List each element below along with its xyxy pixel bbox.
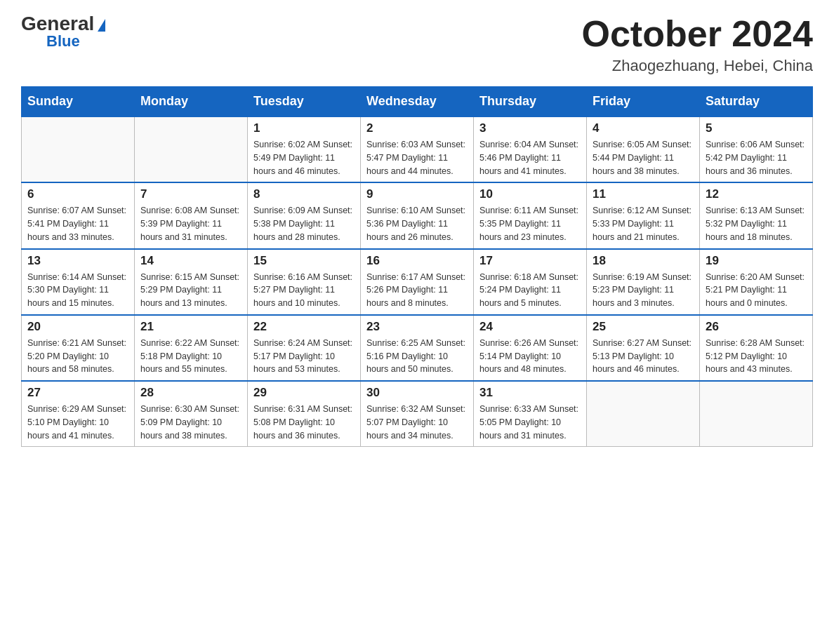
day-info: Sunrise: 6:07 AM Sunset: 5:41 PM Dayligh… bbox=[27, 204, 128, 243]
day-info: Sunrise: 6:25 AM Sunset: 5:16 PM Dayligh… bbox=[366, 337, 468, 376]
day-number: 25 bbox=[593, 320, 694, 334]
col-header-thursday: Thursday bbox=[474, 87, 587, 117]
day-number: 15 bbox=[253, 254, 355, 268]
calendar-cell bbox=[587, 381, 700, 447]
day-number: 31 bbox=[479, 386, 581, 400]
week-row-4: 20Sunrise: 6:21 AM Sunset: 5:20 PM Dayli… bbox=[22, 315, 813, 381]
day-info: Sunrise: 6:32 AM Sunset: 5:07 PM Dayligh… bbox=[366, 403, 468, 442]
calendar-cell: 27Sunrise: 6:29 AM Sunset: 5:10 PM Dayli… bbox=[22, 381, 135, 447]
day-number: 19 bbox=[706, 254, 807, 268]
calendar-cell: 15Sunrise: 6:16 AM Sunset: 5:27 PM Dayli… bbox=[248, 249, 361, 315]
day-info: Sunrise: 6:10 AM Sunset: 5:36 PM Dayligh… bbox=[366, 204, 468, 243]
col-header-friday: Friday bbox=[587, 87, 700, 117]
calendar-cell: 26Sunrise: 6:28 AM Sunset: 5:12 PM Dayli… bbox=[700, 315, 813, 381]
calendar-cell: 24Sunrise: 6:26 AM Sunset: 5:14 PM Dayli… bbox=[474, 315, 587, 381]
page-header: General Blue October 2024 Zhaogezhuang, … bbox=[21, 14, 813, 75]
day-number: 20 bbox=[27, 320, 128, 334]
day-info: Sunrise: 6:08 AM Sunset: 5:39 PM Dayligh… bbox=[140, 204, 241, 243]
day-info: Sunrise: 6:06 AM Sunset: 5:42 PM Dayligh… bbox=[706, 138, 807, 177]
calendar-cell: 29Sunrise: 6:31 AM Sunset: 5:08 PM Dayli… bbox=[248, 381, 361, 447]
logo: General Blue bbox=[21, 14, 105, 49]
location-subtitle: Zhaogezhuang, Hebei, China bbox=[582, 57, 814, 75]
day-number: 17 bbox=[479, 254, 581, 268]
day-number: 11 bbox=[593, 187, 694, 201]
week-row-1: 1Sunrise: 6:02 AM Sunset: 5:49 PM Daylig… bbox=[22, 116, 813, 182]
day-number: 26 bbox=[706, 320, 807, 334]
day-info: Sunrise: 6:05 AM Sunset: 5:44 PM Dayligh… bbox=[593, 138, 694, 177]
day-number: 6 bbox=[27, 187, 128, 201]
calendar-cell: 2Sunrise: 6:03 AM Sunset: 5:47 PM Daylig… bbox=[361, 116, 474, 182]
day-number: 9 bbox=[366, 187, 468, 201]
day-number: 21 bbox=[140, 320, 241, 334]
day-number: 10 bbox=[479, 187, 581, 201]
day-number: 13 bbox=[27, 254, 128, 268]
day-number: 14 bbox=[140, 254, 241, 268]
day-info: Sunrise: 6:28 AM Sunset: 5:12 PM Dayligh… bbox=[706, 337, 807, 376]
title-block: October 2024 Zhaogezhuang, Hebei, China bbox=[582, 14, 814, 75]
day-info: Sunrise: 6:09 AM Sunset: 5:38 PM Dayligh… bbox=[253, 204, 355, 243]
day-info: Sunrise: 6:17 AM Sunset: 5:26 PM Dayligh… bbox=[366, 271, 468, 310]
week-row-3: 13Sunrise: 6:14 AM Sunset: 5:30 PM Dayli… bbox=[22, 249, 813, 315]
logo-blue-text: Blue bbox=[46, 34, 80, 49]
day-number: 2 bbox=[366, 121, 468, 135]
day-number: 5 bbox=[706, 121, 807, 135]
day-info: Sunrise: 6:33 AM Sunset: 5:05 PM Dayligh… bbox=[479, 403, 581, 442]
day-info: Sunrise: 6:24 AM Sunset: 5:17 PM Dayligh… bbox=[253, 337, 355, 376]
calendar-cell: 20Sunrise: 6:21 AM Sunset: 5:20 PM Dayli… bbox=[22, 315, 135, 381]
day-info: Sunrise: 6:21 AM Sunset: 5:20 PM Dayligh… bbox=[27, 337, 128, 376]
calendar-cell: 18Sunrise: 6:19 AM Sunset: 5:23 PM Dayli… bbox=[587, 249, 700, 315]
calendar-cell: 30Sunrise: 6:32 AM Sunset: 5:07 PM Dayli… bbox=[361, 381, 474, 447]
day-info: Sunrise: 6:29 AM Sunset: 5:10 PM Dayligh… bbox=[27, 403, 128, 442]
day-info: Sunrise: 6:20 AM Sunset: 5:21 PM Dayligh… bbox=[706, 271, 807, 310]
calendar-cell: 11Sunrise: 6:12 AM Sunset: 5:33 PM Dayli… bbox=[587, 182, 700, 248]
week-row-2: 6Sunrise: 6:07 AM Sunset: 5:41 PM Daylig… bbox=[22, 182, 813, 248]
day-info: Sunrise: 6:27 AM Sunset: 5:13 PM Dayligh… bbox=[593, 337, 694, 376]
calendar-cell: 12Sunrise: 6:13 AM Sunset: 5:32 PM Dayli… bbox=[700, 182, 813, 248]
logo-general-text: General bbox=[21, 14, 94, 34]
day-number: 12 bbox=[706, 187, 807, 201]
col-header-monday: Monday bbox=[135, 87, 248, 117]
day-info: Sunrise: 6:16 AM Sunset: 5:27 PM Dayligh… bbox=[253, 271, 355, 310]
day-number: 7 bbox=[140, 187, 241, 201]
calendar-cell: 7Sunrise: 6:08 AM Sunset: 5:39 PM Daylig… bbox=[135, 182, 248, 248]
day-number: 27 bbox=[27, 386, 128, 400]
calendar-cell: 6Sunrise: 6:07 AM Sunset: 5:41 PM Daylig… bbox=[22, 182, 135, 248]
day-info: Sunrise: 6:30 AM Sunset: 5:09 PM Dayligh… bbox=[140, 403, 241, 442]
calendar-cell: 9Sunrise: 6:10 AM Sunset: 5:36 PM Daylig… bbox=[361, 182, 474, 248]
calendar-cell: 17Sunrise: 6:18 AM Sunset: 5:24 PM Dayli… bbox=[474, 249, 587, 315]
day-number: 24 bbox=[479, 320, 581, 334]
day-info: Sunrise: 6:12 AM Sunset: 5:33 PM Dayligh… bbox=[593, 204, 694, 243]
calendar-cell: 16Sunrise: 6:17 AM Sunset: 5:26 PM Dayli… bbox=[361, 249, 474, 315]
day-info: Sunrise: 6:26 AM Sunset: 5:14 PM Dayligh… bbox=[479, 337, 581, 376]
day-info: Sunrise: 6:22 AM Sunset: 5:18 PM Dayligh… bbox=[140, 337, 241, 376]
day-info: Sunrise: 6:19 AM Sunset: 5:23 PM Dayligh… bbox=[593, 271, 694, 310]
day-number: 8 bbox=[253, 187, 355, 201]
day-number: 4 bbox=[593, 121, 694, 135]
calendar-cell: 1Sunrise: 6:02 AM Sunset: 5:49 PM Daylig… bbox=[248, 116, 361, 182]
calendar-cell: 8Sunrise: 6:09 AM Sunset: 5:38 PM Daylig… bbox=[248, 182, 361, 248]
calendar-cell: 4Sunrise: 6:05 AM Sunset: 5:44 PM Daylig… bbox=[587, 116, 700, 182]
day-info: Sunrise: 6:03 AM Sunset: 5:47 PM Dayligh… bbox=[366, 138, 468, 177]
calendar-cell: 10Sunrise: 6:11 AM Sunset: 5:35 PM Dayli… bbox=[474, 182, 587, 248]
day-info: Sunrise: 6:13 AM Sunset: 5:32 PM Dayligh… bbox=[706, 204, 807, 243]
day-number: 29 bbox=[253, 386, 355, 400]
day-number: 30 bbox=[366, 386, 468, 400]
day-info: Sunrise: 6:14 AM Sunset: 5:30 PM Dayligh… bbox=[27, 271, 128, 310]
calendar-cell: 22Sunrise: 6:24 AM Sunset: 5:17 PM Dayli… bbox=[248, 315, 361, 381]
day-number: 22 bbox=[253, 320, 355, 334]
day-info: Sunrise: 6:15 AM Sunset: 5:29 PM Dayligh… bbox=[140, 271, 241, 310]
calendar-cell: 19Sunrise: 6:20 AM Sunset: 5:21 PM Dayli… bbox=[700, 249, 813, 315]
col-header-tuesday: Tuesday bbox=[248, 87, 361, 117]
logo-triangle-icon bbox=[98, 19, 105, 32]
calendar-table: SundayMondayTuesdayWednesdayThursdayFrid… bbox=[21, 86, 813, 447]
calendar-cell: 13Sunrise: 6:14 AM Sunset: 5:30 PM Dayli… bbox=[22, 249, 135, 315]
day-info: Sunrise: 6:04 AM Sunset: 5:46 PM Dayligh… bbox=[479, 138, 581, 177]
calendar-cell: 21Sunrise: 6:22 AM Sunset: 5:18 PM Dayli… bbox=[135, 315, 248, 381]
day-info: Sunrise: 6:02 AM Sunset: 5:49 PM Dayligh… bbox=[253, 138, 355, 177]
calendar-cell: 25Sunrise: 6:27 AM Sunset: 5:13 PM Dayli… bbox=[587, 315, 700, 381]
day-number: 1 bbox=[253, 121, 355, 135]
day-info: Sunrise: 6:18 AM Sunset: 5:24 PM Dayligh… bbox=[479, 271, 581, 310]
calendar-cell: 23Sunrise: 6:25 AM Sunset: 5:16 PM Dayli… bbox=[361, 315, 474, 381]
day-number: 28 bbox=[140, 386, 241, 400]
calendar-cell: 3Sunrise: 6:04 AM Sunset: 5:46 PM Daylig… bbox=[474, 116, 587, 182]
